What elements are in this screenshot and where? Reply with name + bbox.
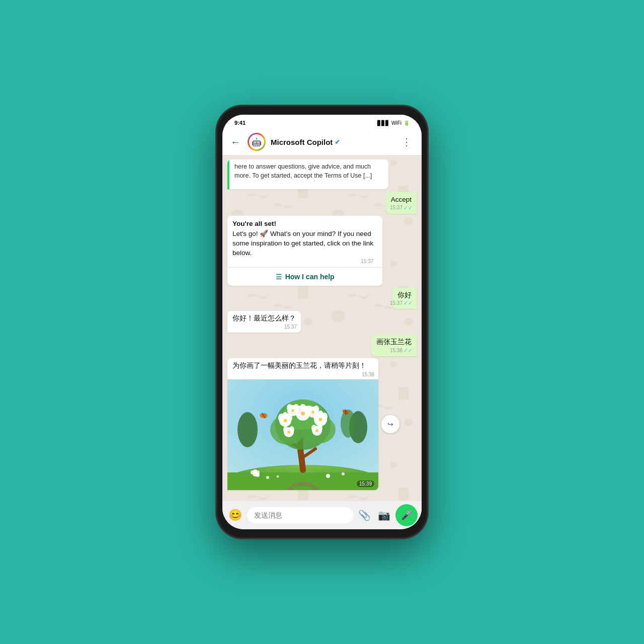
header-info: Microsoft Copilot ✔ [271,138,392,146]
attachment-button[interactable]: 📎 [356,507,373,523]
verified-badge: ✔ [335,138,340,146]
terms-message-content: here to answer questions, give advice, a… [227,159,388,189]
magnolia-request-time: 15:38 ✓✓ [390,347,413,354]
svg-point-38 [311,411,314,414]
help-list-icon: ☰ [276,273,282,281]
help-btn-label: How I can help [285,273,335,281]
svg-point-25 [284,419,287,423]
chat-header: ← 🤖 Microsoft Copilot ✔ ⋮ [222,129,422,155]
accept-time-label: 15:37 [390,204,403,211]
mic-button[interactable]: 🎤 [395,504,418,526]
svg-point-1 [237,412,258,447]
phone-screen: 9:41 ▊▊▊ WiFi 🔋 ← 🤖 Microsoft Copilot ✔ … [222,115,422,529]
welcome-body-text: Let's go! 🚀 What's on your mind? If you … [232,230,373,257]
nihao-text: 你好 [397,291,412,299]
image-timestamp: 15:39 [357,480,374,487]
wifi-icon: WiFi [391,120,401,126]
message-input[interactable] [247,507,353,523]
welcome-body: Let's go! 🚀 What's on your mind? If you … [232,229,377,267]
more-button[interactable]: ⋮ [397,134,416,150]
magnolia-request-text: 画张玉兰花 [376,338,412,346]
welcome-title: You're all set! [232,220,377,227]
magnolia-image-text: 为你画了一幅美丽的玉兰花，请稍等片刻！ 15:38 [227,358,378,379]
header-name: Microsoft Copilot ✔ [271,138,392,146]
svg-point-9 [342,472,345,475]
magnolia-text-time: 15:38 [362,372,374,377]
nihao-time-label: 15:37 [390,300,403,307]
svg-point-7 [266,476,269,479]
accept-message-text: Accept [391,196,412,203]
svg-point-46 [315,429,318,432]
svg-rect-5 [227,472,378,490]
magnolia-request-message: 画张玉兰花 15:38 ✓✓ [371,335,417,356]
status-bar: 9:41 ▊▊▊ WiFi 🔋 [222,115,422,129]
accept-message: Accept 15:37 ✓✓ [386,192,417,214]
how-i-can-help-button[interactable]: ☰ How I can help [227,267,382,286]
magnolia-request-ticks: ✓✓ [404,347,413,354]
welcome-time: 15:37 [361,258,373,265]
nihao-ticks: ✓✓ [404,299,413,307]
avatar: 🤖 [248,133,266,151]
svg-point-34 [291,409,294,412]
phone-wrapper: 9:41 ▊▊▊ WiFi 🔋 ← 🤖 Microsoft Copilot ✔ … [216,106,428,538]
magnolia-request-time-label: 15:38 [390,347,403,354]
battery-icon: 🔋 [404,120,410,126]
back-button[interactable]: ← [228,134,243,150]
terms-message-text: here to answer questions, give advice, a… [234,163,372,179]
accept-ticks: ✓✓ [404,204,413,212]
signal-icon: ▊▊▊ [377,120,389,126]
input-bar: 😊 📎 📷 🎤 [222,501,422,529]
svg-point-42 [287,431,290,434]
greeting-response-message: 你好！最近怎么样？ 15:37 [227,311,301,333]
magnolia-image-message: 为你画了一幅美丽的玉兰花，请稍等片刻！ 15:38 [227,358,378,490]
contact-name-label: Microsoft Copilot [271,138,333,146]
accept-message-time: 15:37 ✓✓ [390,204,413,212]
camera-button[interactable]: 📷 [376,507,392,523]
welcome-message: You're all set! Let's go! 🚀 What's on yo… [227,216,382,267]
greeting-response-time: 15:37 [284,324,297,331]
magnolia-image-container: 为你画了一幅美丽的玉兰花，请稍等片刻！ 15:38 [227,358,378,490]
magnolia-image-caption: 为你画了一幅美丽的玉兰花，请稍等片刻！ [232,362,366,369]
greeting-response-text: 你好！最近怎么样？ [232,314,296,322]
green-bar-indicator [227,159,229,189]
svg-point-8 [326,474,330,478]
svg-point-30 [319,418,323,422]
avatar-inner: 🤖 [249,134,264,149]
nihao-time: 15:37 ✓✓ [390,299,413,307]
welcome-message-container: You're all set! Let's go! 🚀 What's on yo… [227,216,382,286]
status-icons: ▊▊▊ WiFi 🔋 [377,120,410,126]
svg-point-60 [253,469,257,473]
magnolia-image[interactable]: 15:39 [227,379,378,490]
emoji-button[interactable]: 😊 [226,507,244,524]
forward-button[interactable]: ↪ [381,415,399,433]
terms-message: here to answer questions, give advice, a… [227,159,388,189]
svg-point-10 [277,475,279,478]
nihao-outgoing-message: 你好 15:37 ✓✓ [392,288,417,309]
status-time: 9:41 [234,120,246,126]
welcome-message-wrap: You're all set! Let's go! 🚀 What's on yo… [227,216,382,286]
chat-area: here to answer questions, give advice, a… [222,155,422,501]
